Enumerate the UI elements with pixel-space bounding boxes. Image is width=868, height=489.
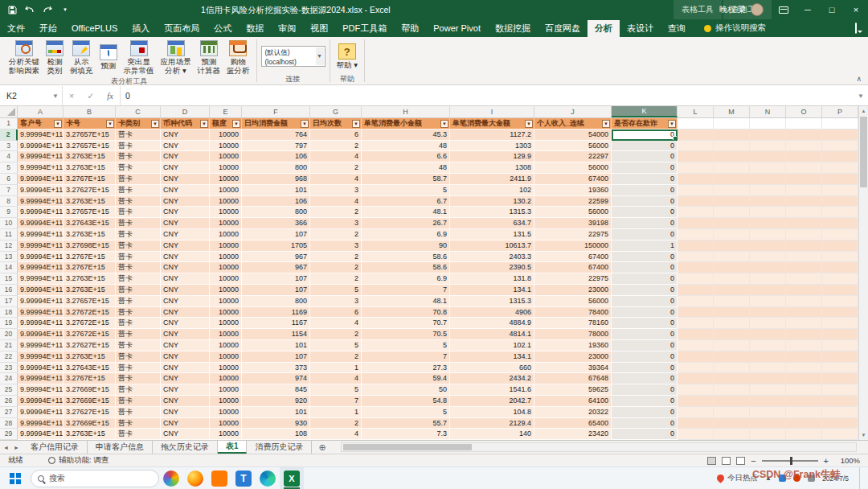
cell-G25[interactable]: 5 (310, 384, 362, 396)
cell-K13[interactable]: 0 (612, 252, 678, 263)
cell-A28[interactable]: 9.99994E+11 (18, 418, 63, 429)
cell-L22[interactable] (678, 351, 714, 363)
cell-C8[interactable]: 普卡 (116, 196, 161, 208)
cell-M27[interactable] (714, 407, 750, 418)
cell-K5[interactable]: 0 (612, 162, 678, 174)
header-cell-D[interactable]: 币种代码▼ (161, 118, 210, 129)
cell-J13[interactable]: 67400 (534, 252, 612, 263)
cell-C14[interactable]: 普卡 (116, 262, 161, 273)
cell-G24[interactable]: 4 (310, 373, 362, 384)
ribbon-tab-9[interactable]: PDF工具箱 (335, 20, 394, 37)
cell-I22[interactable]: 134.1 (450, 351, 534, 363)
previous-sheet-icon[interactable]: ◄ (3, 445, 9, 450)
cell-B5[interactable]: 3.2763E+15 (63, 162, 116, 174)
cell-C21[interactable]: 普卡 (116, 340, 161, 351)
cell-A2[interactable]: 9.99994E+11 (18, 129, 63, 141)
cell-J27[interactable]: 20322 (534, 407, 612, 418)
cell-I28[interactable]: 2129.4 (450, 418, 534, 429)
cell-D6[interactable]: CNY (161, 174, 210, 185)
comments-button[interactable] (855, 23, 857, 37)
cell-G22[interactable]: 2 (310, 351, 362, 363)
cell-K23[interactable]: 0 (612, 363, 678, 374)
cell-O21[interactable] (786, 340, 822, 351)
cell-D21[interactable]: CNY (161, 340, 210, 351)
cell-B17[interactable]: 3.27657E+15 (63, 296, 116, 307)
cell-O27[interactable] (786, 407, 822, 418)
cell-O3[interactable] (786, 141, 822, 152)
cell-H3[interactable]: 48 (362, 141, 450, 152)
cell-G15[interactable]: 2 (310, 273, 362, 285)
cell-E25[interactable]: 10000 (210, 384, 242, 396)
cell-F29[interactable]: 108 (242, 429, 310, 440)
cell-C12[interactable]: 普卡 (116, 240, 161, 252)
cell-F4[interactable]: 106 (242, 151, 310, 162)
cell-C29[interactable]: 普卡 (116, 429, 161, 440)
name-box[interactable]: K2 ▼ (0, 86, 63, 105)
cell-B10[interactable]: 3.27643E+15 (63, 218, 116, 229)
cell-H14[interactable]: 58.6 (362, 262, 450, 273)
cell-E28[interactable]: 10000 (210, 418, 242, 429)
cell-F27[interactable]: 101 (242, 407, 310, 418)
cell-M14[interactable] (714, 262, 750, 273)
cell-B11[interactable]: 3.2763E+15 (63, 229, 116, 240)
cell-N7[interactable] (750, 185, 786, 196)
cell-C6[interactable]: 普卡 (116, 174, 161, 185)
cell-J19[interactable]: 78160 (534, 318, 612, 329)
cell-B22[interactable]: 3.2763E+15 (63, 351, 116, 363)
column-header-P[interactable]: P (822, 106, 858, 117)
cell-M24[interactable] (714, 373, 750, 384)
minimize-button[interactable]: ─ (796, 0, 820, 19)
cell-E24[interactable]: 10000 (210, 373, 242, 384)
cell-F12[interactable]: 1705 (242, 240, 310, 252)
cell-F22[interactable]: 107 (242, 351, 310, 363)
taskbar-app-browser[interactable] (159, 467, 183, 489)
cell-J26[interactable]: 64100 (534, 396, 612, 407)
cell-I29[interactable]: 140 (450, 429, 534, 440)
ribbon-button[interactable]: 从示 例填充 (68, 39, 96, 76)
cell-N27[interactable] (750, 407, 786, 418)
redo-icon[interactable] (42, 4, 53, 15)
row-header-8[interactable]: 8 (0, 196, 18, 208)
cell-A18[interactable]: 9.99994E+11 (18, 307, 63, 318)
cell-M3[interactable] (714, 141, 750, 152)
cell-P20[interactable] (822, 329, 858, 340)
normal-view-icon[interactable] (707, 457, 716, 465)
cell-E11[interactable]: 10000 (210, 229, 242, 240)
cell-E6[interactable]: 10000 (210, 174, 242, 185)
cell-G18[interactable]: 6 (310, 307, 362, 318)
filter-icon[interactable]: ▼ (352, 120, 360, 128)
scroll-down-icon[interactable]: ▼ (859, 430, 868, 440)
cell-A29[interactable]: 9.99994E+11 (18, 429, 63, 440)
cell-J15[interactable]: 22975 (534, 273, 612, 285)
cell-A4[interactable]: 9.99994E+11 (18, 151, 63, 162)
cell-I11[interactable]: 131.5 (450, 229, 534, 240)
cell-D29[interactable]: CNY (161, 429, 210, 440)
cell-D27[interactable]: CNY (161, 407, 210, 418)
cell-G20[interactable]: 2 (310, 329, 362, 340)
cell-J10[interactable]: 39198 (534, 218, 612, 229)
cell-N1[interactable] (750, 118, 786, 129)
cell-O28[interactable] (786, 418, 822, 429)
cell-N3[interactable] (750, 141, 786, 152)
header-cell-J[interactable]: 个人收入_连续▼ (534, 118, 612, 129)
cell-A22[interactable]: 9.99994E+11 (18, 351, 63, 363)
cell-P10[interactable] (822, 218, 858, 229)
cell-A26[interactable]: 9.99994E+11 (18, 396, 63, 407)
cell-J16[interactable]: 23000 (534, 285, 612, 296)
cell-I5[interactable]: 1308 (450, 162, 534, 174)
ribbon-display-options-icon[interactable] (772, 0, 796, 19)
cell-C17[interactable]: 普卡 (116, 296, 161, 307)
cell-D22[interactable]: CNY (161, 351, 210, 363)
cell-O17[interactable] (786, 296, 822, 307)
cell-E29[interactable]: 10000 (210, 429, 242, 440)
ribbon-tab-16[interactable]: 查询 (661, 20, 693, 37)
cell-M29[interactable] (714, 429, 750, 440)
cell-K21[interactable]: 0 (612, 340, 678, 351)
cell-N22[interactable] (750, 351, 786, 363)
tell-me-search[interactable]: 操作说明搜索 (704, 23, 766, 37)
cell-D11[interactable]: CNY (161, 229, 210, 240)
cell-B9[interactable]: 3.27657E+15 (63, 207, 116, 218)
cell-I6[interactable]: 2411.9 (450, 174, 534, 185)
cell-A3[interactable]: 9.99994E+11 (18, 141, 63, 152)
cell-D16[interactable]: CNY (161, 285, 210, 296)
